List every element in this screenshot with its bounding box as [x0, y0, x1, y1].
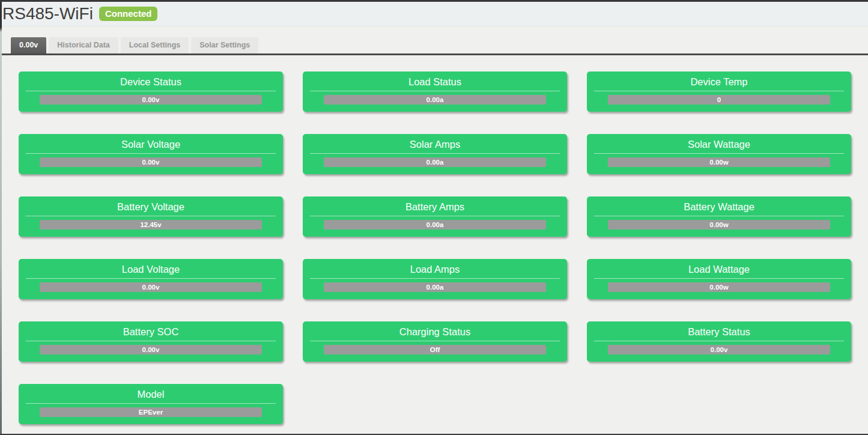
status-card-solar-wattage: Solar Wattage 0.00w [587, 134, 851, 174]
card-value: 0 [608, 95, 830, 105]
card-value: 0.00v [40, 345, 262, 354]
status-grid: Device Status 0.00v Load Status 0.00a De… [0, 55, 868, 424]
card-title: Solar Wattage [587, 134, 851, 151]
card-title: Battery Wattage [587, 196, 851, 213]
card-title: Battery Amps [303, 196, 567, 213]
status-card-battery-voltage: Battery Voltage 12.45v [19, 196, 283, 237]
card-divider [26, 341, 276, 341]
app-title: RS485-WiFi [2, 5, 93, 22]
status-card-battery-status: Battery Status 0.00v [587, 321, 851, 362]
card-value: 0.00w [608, 157, 830, 167]
tab-local-settings[interactable]: Local Settings [121, 37, 189, 53]
tab-historical-data[interactable]: Historical Data [49, 37, 118, 53]
card-divider [26, 278, 276, 279]
status-card-solar-amps: Solar Amps 0.00a [303, 134, 567, 174]
status-card-device-temp: Device Temp 0 [587, 71, 851, 112]
status-card-load-status: Load Status 0.00a [303, 71, 567, 112]
card-value: EPEver [40, 407, 262, 417]
window-edge [0, 2, 2, 434]
card-divider [310, 153, 560, 154]
card-title: Load Voltage [19, 259, 283, 276]
card-divider [594, 216, 844, 216]
card-value: 12.45v [40, 220, 262, 230]
card-title: Charging Status [303, 321, 567, 338]
card-value: 0.00a [324, 95, 546, 105]
card-value: 0.00w [608, 282, 830, 292]
card-title: Solar Amps [303, 134, 567, 151]
card-value: 0.00v [608, 345, 830, 354]
card-title: Load Status [303, 71, 567, 88]
card-divider [310, 91, 560, 91]
card-title: Load Amps [303, 259, 567, 276]
connection-status-badge: Connected [99, 7, 158, 21]
status-card-load-amps: Load Amps 0.00a [303, 259, 567, 299]
card-divider [26, 403, 276, 404]
status-card-device-status: Device Status 0.00v [19, 71, 283, 112]
card-title: Device Status [19, 71, 283, 88]
tab-0-00v[interactable]: 0.00v [11, 37, 46, 53]
card-divider [310, 341, 560, 341]
card-value: 0.00a [324, 157, 546, 167]
card-divider [310, 216, 560, 216]
tab-solar-settings[interactable]: Solar Settings [191, 37, 258, 53]
card-value: 0.00v [40, 157, 262, 167]
app-header: RS485-WiFi Connected [0, 2, 868, 26]
card-divider [594, 341, 844, 341]
card-value: 0.00w [608, 220, 830, 230]
card-divider [594, 153, 844, 154]
card-value: 0.00a [324, 220, 546, 230]
card-title: Model [19, 384, 283, 401]
status-card-load-wattage: Load Wattage 0.00w [587, 259, 851, 299]
card-value: Off [324, 345, 546, 354]
card-divider [26, 91, 276, 91]
card-title: Device Temp [587, 71, 851, 88]
card-divider [310, 278, 560, 279]
status-card-model: Model EPEver [19, 384, 283, 424]
card-title: Battery SOC [19, 321, 283, 338]
card-divider [26, 216, 276, 216]
card-value: 0.00v [40, 282, 262, 292]
status-card-battery-amps: Battery Amps 0.00a [303, 196, 567, 237]
card-title: Load Wattage [587, 259, 851, 276]
status-card-charging-status: Charging Status Off [303, 321, 567, 362]
status-card-battery-wattage: Battery Wattage 0.00w [587, 196, 851, 237]
card-divider [594, 278, 844, 279]
status-card-battery-soc: Battery SOC 0.00v [19, 321, 283, 362]
card-title: Solar Voltage [19, 134, 283, 151]
card-divider [594, 91, 844, 91]
card-divider [26, 153, 276, 154]
card-title: Battery Voltage [19, 196, 283, 213]
card-value: 0.00v [40, 95, 262, 105]
card-value: 0.00a [324, 282, 546, 292]
status-card-solar-voltage: Solar Voltage 0.00v [19, 134, 283, 174]
card-title: Battery Status [587, 321, 851, 338]
status-card-load-voltage: Load Voltage 0.00v [19, 259, 283, 299]
tab-bar: 0.00vHistorical DataLocal SettingsSolar … [0, 26, 868, 55]
